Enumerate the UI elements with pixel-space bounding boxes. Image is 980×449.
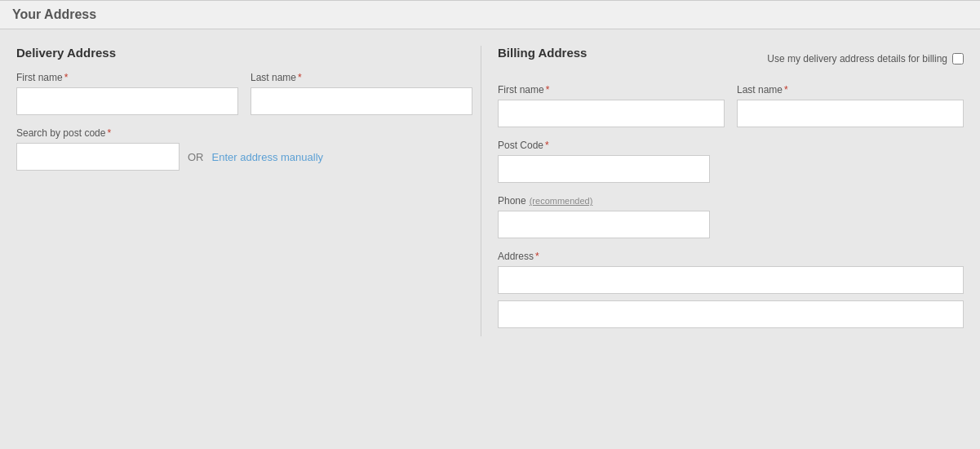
billing-address-required: * [535,251,539,262]
billing-postcode-label: Post Code* [498,140,710,151]
delivery-postcode-label: Search by post code* [16,127,472,139]
delivery-postcode-input[interactable] [16,143,180,171]
billing-section: Billing Address Use my delivery address … [481,46,972,336]
billing-postcode-group: Post Code* [498,140,710,183]
billing-phone-input[interactable] [498,211,710,238]
billing-first-name-label: First name* [498,84,725,96]
delivery-section-title: Delivery Address [16,46,472,60]
billing-postcode-input[interactable] [498,155,710,183]
billing-fields: First name* Last name* Post Code* [498,84,964,336]
billing-address-line1-input[interactable] [498,266,964,294]
billing-header: Billing Address Use my delivery address … [498,46,964,72]
billing-name-row: First name* Last name* [498,84,964,127]
delivery-first-name-label: First name* [16,72,238,83]
page-title: Your Address [12,7,968,22]
billing-postcode-required: * [545,140,549,151]
delivery-last-name-group: Last name* [251,72,472,115]
delivery-first-name-input[interactable] [16,87,238,115]
postcode-input-row: OR Enter address manually [16,143,472,171]
billing-last-name-required: * [784,84,788,96]
billing-phone-group: Phone (recommended) [498,195,710,238]
billing-first-name-group: First name* [498,84,725,127]
delivery-postcode-row: Search by post code* OR Enter address ma… [16,127,472,171]
billing-last-name-label: Last name* [737,84,964,96]
or-text: OR [188,151,204,163]
billing-last-name-group: Last name* [737,84,964,127]
use-delivery-checkbox[interactable] [952,53,964,64]
billing-address-group: Address* [498,251,964,328]
billing-address-line2-input[interactable] [498,300,964,328]
delivery-first-name-group: First name* [16,72,238,115]
phone-label-row: Phone (recommended) [498,195,710,207]
billing-last-name-input[interactable] [737,100,964,127]
billing-first-name-required: * [546,84,550,96]
columns-container: Delivery Address First name* Last name* [0,46,980,336]
delivery-postcode-required: * [107,127,111,139]
delivery-last-name-required: * [298,72,302,83]
billing-section-title: Billing Address [498,46,587,60]
billing-first-name-input[interactable] [498,100,725,127]
delivery-first-name-required: * [64,72,69,83]
enter-address-manually-link[interactable]: Enter address manually [212,151,324,163]
page-container: Your Address Delivery Address First name… [0,0,980,336]
use-delivery-label: Use my delivery address details for bill… [767,53,947,64]
delivery-name-row: First name* Last name* [16,72,472,115]
use-delivery-row: Use my delivery address details for bill… [767,53,964,64]
delivery-last-name-input[interactable] [251,87,472,115]
delivery-section: Delivery Address First name* Last name* [8,46,481,336]
billing-address-label: Address* [498,251,964,262]
delivery-last-name-label: Last name* [251,72,472,83]
billing-phone-label: Phone [498,195,526,207]
section-header: Your Address [0,0,980,29]
phone-recommended-text: (recommended) [530,196,593,206]
